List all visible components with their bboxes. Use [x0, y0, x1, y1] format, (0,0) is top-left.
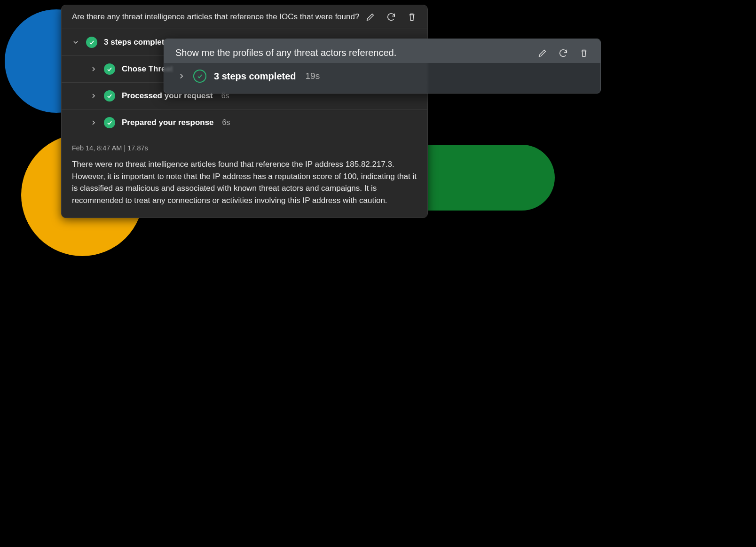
card-header-actions [365, 12, 417, 22]
edit-icon[interactable] [537, 48, 548, 58]
refresh-icon[interactable] [386, 12, 396, 22]
check-icon [193, 70, 206, 83]
chat-card: Are there any threat intelligence articl… [61, 5, 428, 218]
chevron-right-icon [177, 72, 186, 80]
check-icon [104, 117, 115, 128]
chevron-right-icon [90, 92, 97, 100]
edit-icon[interactable] [365, 12, 376, 22]
chevron-right-icon [90, 119, 97, 126]
check-icon [86, 37, 97, 48]
popup-header-actions [537, 48, 589, 58]
popup-status-label: 3 steps completed [214, 71, 296, 82]
response-timestamp: Feb 14, 8:47 AM | 17.87s [72, 144, 417, 152]
response-block: Feb 14, 8:47 AM | 17.87s There were no t… [62, 136, 427, 218]
step-row[interactable]: Prepared your response 6s [62, 109, 427, 136]
popup-card: Show me the profiles of any threat actor… [164, 39, 601, 94]
step-label: Prepared your response [122, 118, 214, 127]
popup-status-row[interactable]: 3 steps completed 19s [164, 63, 600, 93]
popup-status-time: 19s [306, 71, 320, 81]
trash-icon[interactable] [579, 48, 589, 58]
refresh-icon[interactable] [558, 48, 568, 58]
check-icon [104, 90, 115, 102]
popup-prompt-text: Show me the profiles of any threat actor… [175, 47, 396, 58]
card-header: Are there any threat intelligence articl… [62, 5, 427, 29]
check-icon [104, 63, 115, 75]
response-text: There were no threat intelligence articl… [72, 158, 417, 206]
step-time: 6s [222, 118, 230, 127]
chevron-down-icon [72, 39, 79, 46]
prompt-text: Are there any threat intelligence articl… [72, 12, 359, 22]
trash-icon[interactable] [407, 12, 417, 22]
chevron-right-icon [90, 65, 97, 73]
popup-header: Show me the profiles of any threat actor… [164, 39, 600, 63]
